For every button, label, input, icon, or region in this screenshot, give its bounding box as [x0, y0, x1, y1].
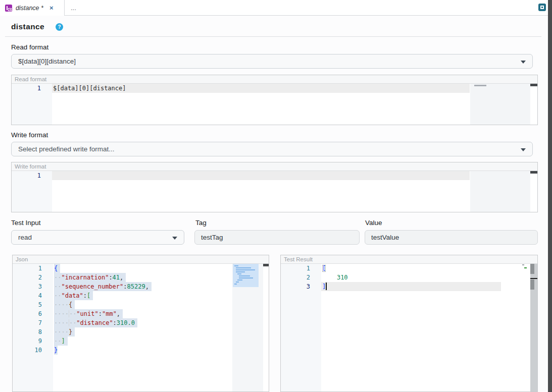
read-format-select[interactable]: $[data][0][distance]	[11, 54, 533, 69]
tag-label: Tag	[195, 219, 207, 227]
format-transform-icon	[5, 5, 12, 12]
read-format-select-value: $[data][0][distance]	[18, 58, 76, 65]
minimap-selection	[233, 264, 259, 287]
code-area[interactable]: 1	[12, 171, 470, 180]
page-title: distance	[11, 22, 44, 31]
chevron-down-icon	[521, 148, 526, 151]
test-input-select-value: read	[18, 234, 32, 241]
scrollbar-thumb[interactable]	[530, 84, 537, 86]
editor-scrollbar[interactable]	[530, 84, 537, 125]
read-format-editor-panel: Read format 1$[data][0][distance]	[11, 75, 538, 125]
minimap-content	[524, 267, 527, 268]
editor-body: 1[2 3103]	[281, 264, 537, 391]
code-area[interactable]: 1{2··"incarnation":41,3··"sequence_numbe…	[13, 264, 232, 355]
icon-detail	[7, 6, 8, 10]
icon-detail	[10, 9, 11, 10]
editor-header: Json	[13, 255, 269, 264]
minimap	[470, 171, 530, 212]
test-input-select[interactable]: read	[11, 230, 184, 245]
test-result-editor-panel: Test Result 1[2 3103]	[280, 255, 538, 392]
ruler-mark	[530, 264, 534, 274]
help-icon[interactable]: ?	[56, 23, 63, 31]
tab-distance[interactable]: distance * ×	[0, 0, 65, 16]
chevron-down-icon	[172, 237, 177, 240]
minimap	[470, 84, 530, 125]
scrollbar-thumb[interactable]	[263, 264, 269, 266]
editor-title: Test Result	[284, 256, 313, 262]
page-scrollbar[interactable]	[548, 0, 552, 392]
screen: ... distance * × distance ? Read format …	[0, 0, 552, 392]
read-format-label: Read format	[11, 43, 48, 51]
icon-detail	[541, 7, 543, 8]
scrollbar-thumb[interactable]	[530, 171, 537, 174]
editor-header: Write format	[12, 162, 537, 171]
minimap-content	[474, 85, 486, 86]
editor-scrollbar[interactable]	[263, 264, 269, 391]
divider	[5, 36, 541, 37]
editor-body: 1$[data][0][distance]	[12, 84, 537, 125]
code-area[interactable]: 1$[data][0][distance]	[12, 84, 470, 93]
tab-bar: ... distance * ×	[0, 0, 552, 16]
write-format-label: Write format	[11, 131, 48, 139]
editor-body: 1	[12, 171, 537, 212]
value-field[interactable]	[365, 230, 538, 245]
ruler-cursor-mark	[530, 278, 537, 279]
write-format-select[interactable]: Select predefined write format...	[11, 142, 533, 156]
tab-more-label: ...	[71, 4, 76, 12]
editor-header: Read format	[12, 75, 537, 84]
tab-close-icon[interactable]: ×	[49, 5, 54, 12]
ruler-mark	[530, 279, 534, 290]
write-format-editor-panel: Write format 1	[11, 162, 538, 212]
editor-title: Write format	[15, 163, 46, 170]
minimap-content	[522, 264, 524, 265]
value-label: Value	[365, 219, 382, 227]
minimap	[232, 264, 263, 391]
editor-title: Json	[16, 256, 28, 262]
tab-more[interactable]: ...	[65, 0, 76, 15]
overview-ruler[interactable]	[530, 264, 537, 391]
editor-scrollbar[interactable]	[530, 171, 537, 212]
tag-field[interactable]	[194, 230, 360, 245]
test-input-label: Test Input	[11, 219, 41, 227]
tab-title: distance *	[16, 5, 43, 12]
chevron-down-icon	[521, 61, 526, 64]
editor-header: Test Result	[281, 255, 537, 264]
json-editor-panel: Json 1{2··"incarnation":41,3··"sequ	[12, 255, 269, 392]
write-format-select-placeholder: Select predefined write format...	[18, 145, 115, 153]
app-window-icon[interactable]	[538, 4, 546, 11]
code-area[interactable]: 1[2 3103]	[281, 264, 501, 291]
editor-title: Read format	[15, 76, 46, 82]
editor-body: 1{2··"incarnation":41,3··"sequence_numbe…	[13, 264, 269, 391]
minimap	[501, 264, 530, 391]
